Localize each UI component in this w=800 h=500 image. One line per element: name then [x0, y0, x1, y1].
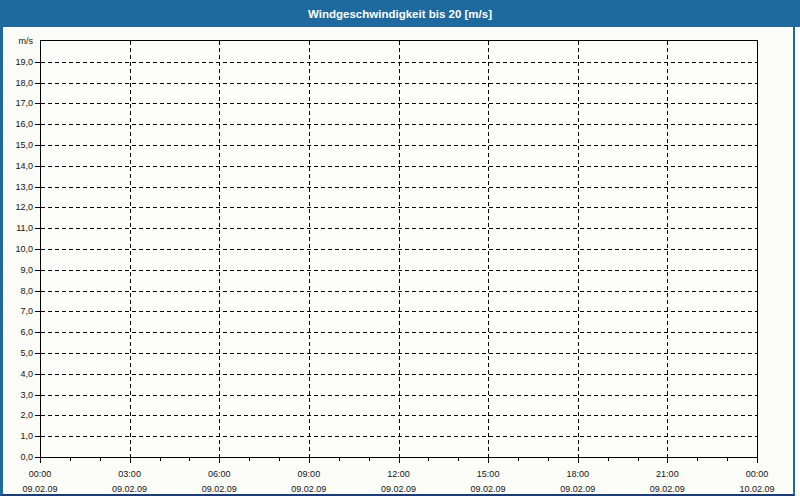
x-time-label: 12:00 [369, 469, 429, 479]
y-tick-label: 19,0 [0, 57, 33, 67]
y-axis-tick [35, 353, 40, 354]
v-gridline [130, 41, 131, 457]
x-axis-minor-tick [638, 458, 639, 461]
y-tick-label: 18,0 [0, 78, 33, 88]
x-axis-major-tick [757, 458, 758, 463]
y-tick-label: 6,0 [0, 327, 33, 337]
y-axis-tick [35, 291, 40, 292]
y-axis-tick [35, 124, 40, 125]
y-tick-label: 16,0 [0, 119, 33, 129]
y-tick-label: 13,0 [0, 182, 33, 192]
x-time-label: 18:00 [548, 469, 608, 479]
x-axis-minor-tick [428, 458, 429, 461]
x-axis-minor-tick [160, 458, 161, 461]
x-time-label: 21:00 [637, 469, 697, 479]
y-tick-label: 7,0 [0, 306, 33, 316]
x-axis-major-tick [130, 458, 131, 463]
v-gridline [667, 41, 668, 457]
x-axis-minor-tick [369, 458, 370, 461]
x-axis-minor-tick [339, 458, 340, 461]
y-tick-label: 15,0 [0, 140, 33, 150]
y-tick-label: 17,0 [0, 98, 33, 108]
y-axis-tick [35, 311, 40, 312]
y-axis-tick [35, 62, 40, 63]
x-axis-minor-tick [279, 458, 280, 461]
y-axis-tick [35, 332, 40, 333]
x-time-label: 00:00 [727, 469, 787, 479]
y-tick-label: 1,0 [0, 431, 33, 441]
x-axis-major-tick [488, 458, 489, 463]
y-tick-label: 9,0 [0, 265, 33, 275]
y-axis-tick [35, 187, 40, 188]
y-tick-label: 4,0 [0, 369, 33, 379]
x-date-label: 09.02.09 [274, 484, 344, 494]
y-axis-tick [35, 415, 40, 416]
x-time-label: 15:00 [458, 469, 518, 479]
x-date-label: 09.02.09 [95, 484, 165, 494]
x-time-label: 00:00 [10, 469, 70, 479]
x-date-label: 09.02.09 [364, 484, 434, 494]
y-axis-tick [35, 83, 40, 84]
x-axis-minor-tick [697, 458, 698, 461]
x-date-label: 09.02.09 [184, 484, 254, 494]
x-date-label: 09.02.09 [453, 484, 523, 494]
x-time-label: 09:00 [279, 469, 339, 479]
y-tick-label: 12,0 [0, 202, 33, 212]
x-date-label: 09.02.09 [543, 484, 613, 494]
x-axis-minor-tick [727, 458, 728, 461]
x-date-label: 10.02.09 [722, 484, 792, 494]
x-axis-minor-tick [548, 458, 549, 461]
x-axis-major-tick [578, 458, 579, 463]
x-time-label: 03:00 [100, 469, 160, 479]
v-gridline [219, 41, 220, 457]
y-tick-label: 5,0 [0, 348, 33, 358]
y-axis-tick [35, 166, 40, 167]
y-tick-label: 8,0 [0, 286, 33, 296]
x-axis-minor-tick [100, 458, 101, 461]
y-axis-tick [35, 270, 40, 271]
y-axis-tick [35, 436, 40, 437]
y-tick-label: 10,0 [0, 244, 33, 254]
y-axis-tick [35, 103, 40, 104]
v-gridline [578, 41, 579, 457]
x-time-label: 06:00 [189, 469, 249, 479]
y-axis-tick [35, 395, 40, 396]
y-tick-label: 0,0 [0, 452, 33, 462]
x-axis-minor-tick [189, 458, 190, 461]
y-axis-tick [35, 374, 40, 375]
x-axis-major-tick [219, 458, 220, 463]
chart-canvas: m/s 0,01,02,03,04,05,06,07,08,09,010,011… [0, 0, 800, 500]
x-axis-minor-tick [70, 458, 71, 461]
v-gridline [399, 41, 400, 457]
x-axis-minor-tick [518, 458, 519, 461]
y-axis-unit-label: m/s [0, 36, 33, 46]
y-axis-tick [35, 228, 40, 229]
x-date-label: 09.02.09 [632, 484, 702, 494]
y-tick-label: 2,0 [0, 410, 33, 420]
x-axis-major-tick [667, 458, 668, 463]
x-axis-minor-tick [249, 458, 250, 461]
y-tick-label: 11,0 [0, 223, 33, 233]
x-date-label: 09.02.09 [5, 484, 75, 494]
x-axis-minor-tick [608, 458, 609, 461]
y-axis-tick [35, 249, 40, 250]
v-gridline [309, 41, 310, 457]
y-tick-label: 3,0 [0, 390, 33, 400]
v-gridline [488, 41, 489, 457]
x-axis-major-tick [399, 458, 400, 463]
x-axis-major-tick [40, 458, 41, 463]
y-axis-tick [35, 145, 40, 146]
x-axis-major-tick [309, 458, 310, 463]
x-axis-minor-tick [458, 458, 459, 461]
y-axis-tick [35, 207, 40, 208]
y-tick-label: 14,0 [0, 161, 33, 171]
